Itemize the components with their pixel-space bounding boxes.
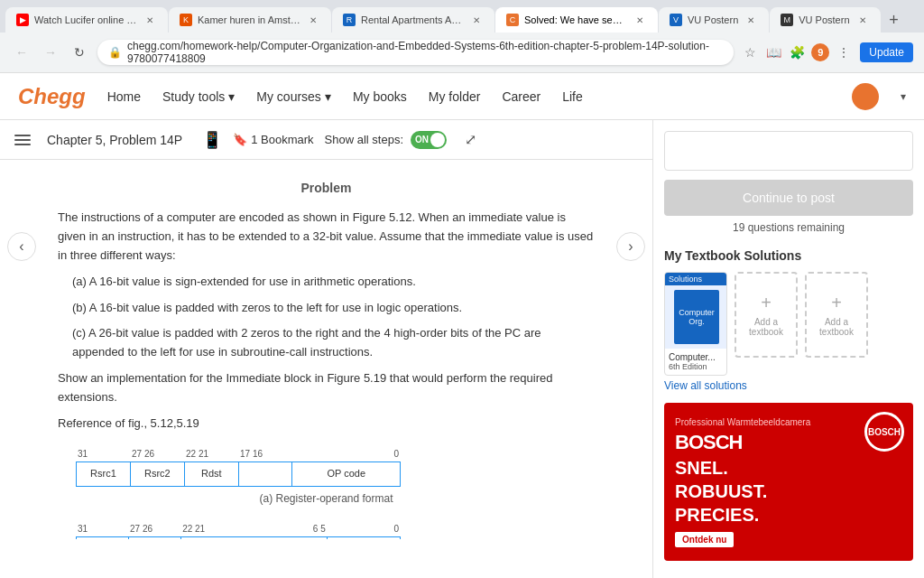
figure-b-bits-row: 31 27 26 22 21 6 5 0 [58, 522, 595, 536]
back-button[interactable]: ← [11, 42, 32, 63]
tab-4[interactable]: C Solved: We have seen how... ✕ [495, 7, 658, 33]
solution-card[interactable]: Solutions Computer Org. Computer... 6th … [664, 272, 727, 376]
avatar-dropdown-caret[interactable]: ▾ [901, 90, 906, 103]
profile-badge: 9 [811, 43, 829, 61]
problem-para-4: Show an implementation for the Immediate… [58, 369, 595, 407]
bookmark-button[interactable]: 🔖 1 Bookmark [233, 133, 313, 146]
content-panel: Chapter 5, Problem 14P 📱 🔖 1 Bookmark Sh… [0, 120, 653, 578]
tab-favicon-1: ▶ [16, 14, 29, 26]
nav-home[interactable]: Home [107, 89, 141, 104]
next-arrow-button[interactable]: › [616, 232, 645, 261]
solution-book-image: Computer Org. [665, 285, 727, 349]
update-button[interactable]: Update [860, 42, 913, 62]
fig-a-cell-rsrc1: Rsrc1 [77, 462, 131, 487]
prev-arrow-button[interactable]: ‹ [7, 232, 36, 261]
bosch-ring: BOSCH [864, 412, 904, 452]
reload-button[interactable]: ↻ [69, 42, 90, 63]
address-icons: ☆ 📖 🧩 9 ⋮ [741, 43, 853, 61]
tab-favicon-3: R [343, 14, 356, 26]
bookmark-icon: 🔖 [233, 133, 247, 146]
tab-label-5: VU Postern [688, 14, 738, 25]
tab-favicon-4: C [506, 14, 519, 26]
tab-close-1[interactable]: ✕ [143, 13, 157, 27]
solutions-badge: Solutions [665, 273, 726, 285]
next-arrow-container: › [616, 160, 652, 261]
post-input[interactable] [664, 131, 913, 171]
nav-career[interactable]: Career [502, 89, 541, 104]
figure-a-bit-numbers: 31 27 26 22 21 17 16 0 [76, 447, 401, 461]
tab-close-2[interactable]: ✕ [306, 13, 320, 27]
nav-life[interactable]: Life [562, 89, 583, 104]
view-all-solutions-link[interactable]: View all solutions [664, 379, 913, 392]
address-input[interactable]: 🔒 chegg.com/homework-help/Computer-Organ… [97, 40, 734, 65]
bosch-product: Professional Warmtebeeldcamera [675, 417, 810, 427]
continue-to-post-button[interactable]: Continue to post [664, 180, 913, 216]
fig-a-cell-empty [238, 462, 292, 487]
tab-label-1: Watch Lucifer online free [34, 14, 137, 25]
solution-info: Computer... 6th Edition [665, 349, 726, 375]
tab-close-6[interactable]: ✕ [855, 13, 870, 27]
lock-icon: 🔒 [108, 46, 122, 59]
study-tools-caret-icon: ▾ [228, 89, 235, 104]
problem-title: Chapter 5, Problem 14P [47, 133, 182, 147]
figure-a-container: 31 27 26 22 21 17 16 0 Rsrc1 [58, 447, 595, 508]
nav-my-courses[interactable]: My courses ▾ [256, 89, 331, 104]
add-textbook-label-1: Add a textbook [736, 317, 796, 337]
tab-2[interactable]: K Kamer huren in Amsterdam ✕ [169, 7, 331, 33]
bosch-line3: PRECIES. [675, 505, 759, 525]
nav-my-folder[interactable]: My folder [429, 89, 481, 104]
hamburger-menu-icon[interactable] [14, 129, 36, 151]
tab-1[interactable]: ▶ Watch Lucifer online free ✕ [5, 7, 168, 33]
fig-a-cell-opcode: OP code [292, 462, 401, 487]
main-container: Chapter 5, Problem 14P 📱 🔖 1 Bookmark Sh… [0, 120, 924, 578]
my-textbook-solutions-title: My Textbook Solutions [664, 248, 913, 263]
fig-b-cell-rdst: Rdst [128, 537, 180, 539]
add-icon-2: + [831, 293, 842, 313]
bosch-ad-container: BOSCH Professional Warmtebeeldcamera BOS… [664, 403, 913, 561]
bosch-ad: BOSCH Professional Warmtebeeldcamera BOS… [664, 403, 913, 561]
fig-b-cell-rsrc: Rsrc [77, 537, 129, 539]
expand-icon[interactable]: ⤢ [465, 131, 476, 148]
add-textbook-1[interactable]: + Add a textbook [735, 272, 798, 358]
avatar[interactable] [852, 83, 879, 110]
forward-button[interactable]: → [40, 42, 61, 63]
problem-para-3: (c) A 26-bit value is padded with 2 zero… [72, 324, 595, 362]
add-icon-1: + [761, 293, 772, 313]
chegg-logo[interactable]: Chegg [18, 84, 86, 109]
reading-mode-icon[interactable]: 📖 [764, 43, 782, 61]
tab-close-5[interactable]: ✕ [744, 13, 758, 27]
tab-favicon-2: K [180, 14, 192, 26]
add-textbook-label-2: Add a textbook [807, 317, 866, 337]
figure-b-container: 31 27 26 22 21 6 5 0 Rsrc [58, 522, 595, 539]
nav-my-books[interactable]: My books [353, 89, 407, 104]
tab-6[interactable]: M VU Postern ✕ [770, 7, 880, 33]
nav-study-tools[interactable]: Study tools ▾ [162, 89, 235, 104]
chegg-header: Chegg Home Study tools ▾ My courses ▾ My… [0, 73, 924, 120]
tab-close-3[interactable]: ✕ [469, 13, 484, 27]
tab-label-6: VU Postern [799, 14, 849, 25]
figure-b-cells-row: Rsrc Rdst Immediate operand OP code [58, 536, 595, 539]
problem-para-1: (a) A 16-bit value is sign-extended for … [72, 273, 595, 292]
problem-para-5: Reference of fig., 5.12,5.19 [58, 415, 595, 434]
show-all-steps-control: Show all steps: ON [325, 131, 447, 149]
show-steps-toggle[interactable]: ON [411, 131, 447, 149]
figure-a-caption: (a) Register-operand format [58, 490, 595, 508]
problem-para-2: (b) A 16-bit value is padded with zeros … [72, 299, 595, 318]
extensions-icon[interactable]: 🧩 [788, 43, 806, 61]
tab-close-4[interactable]: ✕ [633, 13, 647, 27]
tab-5[interactable]: V VU Postern ✕ [659, 7, 769, 33]
bosch-cta-button[interactable]: Ontdek nu [675, 532, 734, 547]
toggle-thumb [430, 133, 445, 147]
bosch-line1: SNEL. [675, 458, 728, 478]
more-icon[interactable]: ⋮ [835, 43, 853, 61]
new-tab-button[interactable]: + [882, 7, 907, 33]
figure-a-bits-row: 31 27 26 22 21 17 16 0 [58, 447, 595, 461]
fig-a-cell-rsrc2: Rsrc2 [130, 462, 184, 487]
bookmark-star-icon[interactable]: ☆ [741, 43, 759, 61]
tab-3[interactable]: R Rental Apartments Amster... ✕ [332, 7, 494, 33]
address-bar: ← → ↻ 🔒 chegg.com/homework-help/Computer… [0, 33, 924, 72]
add-textbook-2[interactable]: + Add a textbook [805, 272, 868, 358]
problem-para-0: The instructions of a computer are encod… [58, 209, 595, 265]
figure-a-cells-row: Rsrc1 Rsrc2 Rdst OP code [58, 461, 595, 487]
content-toolbar: Chapter 5, Problem 14P 📱 🔖 1 Bookmark Sh… [0, 120, 652, 160]
